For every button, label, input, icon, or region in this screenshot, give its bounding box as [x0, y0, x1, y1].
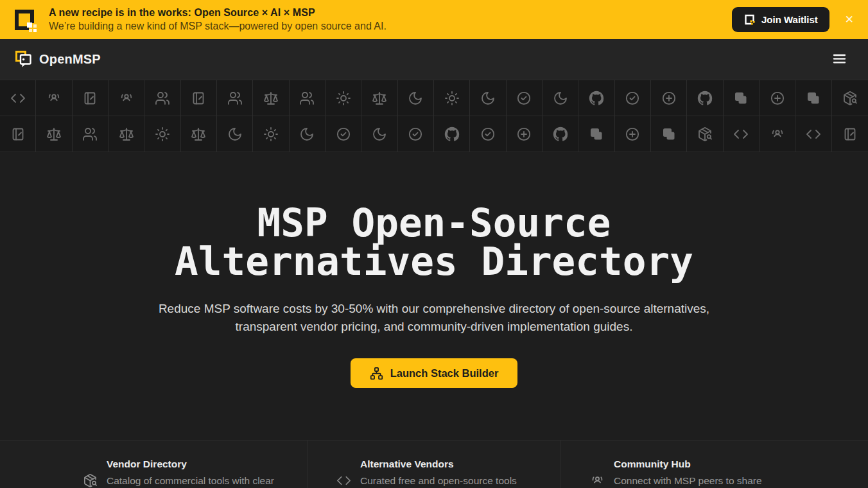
feature-card[interactable]: Alternative VendorsCurated free and open… [307, 440, 560, 488]
marquee-cell [144, 80, 180, 116]
marquee-cell [217, 80, 253, 116]
package-search-icon [697, 126, 713, 142]
users-group-icon [590, 473, 605, 488]
feature-cards: Vendor DirectoryCatalog of commercial to… [0, 440, 868, 488]
sun-icon [155, 126, 170, 142]
launch-stack-builder-button[interactable]: Launch Stack Builder [351, 358, 518, 388]
navbar: OpenMSP [0, 39, 868, 80]
marquee-cell [434, 80, 470, 116]
marquee-cell [759, 80, 795, 116]
page-title: MSP Open-SourceAlternatives Directory [0, 204, 868, 281]
marquee-cell [361, 116, 397, 152]
marquee-cell [687, 116, 723, 152]
scale-icon [191, 126, 206, 142]
marquee-cell [724, 116, 759, 152]
moon-icon [227, 126, 243, 142]
circle-check-icon [625, 91, 640, 106]
marquee-cell [507, 80, 542, 116]
launch-stack-builder-label: Launch Stack Builder [390, 367, 499, 379]
openmsp-logo-icon [15, 51, 33, 69]
marquee-cell [108, 116, 144, 152]
join-waitlist-label: Join Waitlist [761, 14, 818, 25]
users-group-icon [46, 91, 62, 106]
feature-text: Community HubConnect with MSP peers to s… [614, 457, 790, 488]
icon-marquee [0, 80, 868, 152]
marquee-cell [542, 116, 578, 152]
marquee-cell [326, 80, 361, 116]
brand-name: OpenMSP [39, 52, 101, 67]
circle-plus-icon [661, 91, 677, 106]
circle-check-icon [480, 126, 496, 142]
copy-icon [661, 126, 677, 142]
scale-icon [372, 91, 387, 106]
moon-icon [480, 91, 496, 106]
marquee-cell [217, 116, 253, 152]
marquee-cell [181, 116, 217, 152]
hero-description: Reduce MSP software costs by 30-50% with… [145, 300, 723, 336]
circle-plus-icon [770, 91, 785, 106]
users-icon [155, 91, 170, 106]
circle-check-icon [408, 126, 423, 142]
marquee-cell [578, 80, 614, 116]
brand[interactable]: OpenMSP [15, 51, 101, 69]
banner-text: A new recipe is in the works: Open Sourc… [49, 7, 386, 32]
users-icon [227, 91, 243, 106]
code-icon [806, 126, 821, 142]
code-icon [733, 126, 749, 142]
scale-icon [263, 91, 279, 106]
marquee-cell [832, 116, 868, 152]
banner-actions: Join Waitlist ✕ [732, 7, 859, 32]
notebook-icon [82, 91, 98, 106]
sun-icon [263, 126, 279, 142]
banner-title: A new recipe is in the works: Open Sourc… [49, 7, 386, 19]
marquee-cell [542, 80, 578, 116]
copy-icon [589, 126, 604, 142]
join-waitlist-button[interactable]: Join Waitlist [732, 7, 829, 32]
marquee-cell [0, 80, 36, 116]
scale-icon [119, 126, 134, 142]
marquee-cell [361, 80, 397, 116]
moon-icon [553, 91, 568, 106]
marquee-cell [253, 80, 289, 116]
hero-section: MSP Open-SourceAlternatives Directory Re… [0, 152, 868, 388]
menu-icon [831, 51, 847, 67]
github-icon [444, 126, 460, 142]
announcement-banner: A new recipe is in the works: Open Sourc… [0, 0, 868, 39]
marquee-cell [615, 116, 651, 152]
circle-check-icon [516, 91, 532, 106]
feature-text: Vendor DirectoryCatalog of commercial to… [107, 457, 283, 488]
marquee-cell [398, 80, 434, 116]
users-icon [82, 126, 98, 142]
feature-description: Catalog of commercial tools with clear p… [107, 473, 283, 488]
network-icon [370, 367, 383, 380]
moon-icon [372, 126, 387, 142]
package-search-icon [83, 473, 98, 488]
users-group-icon [119, 91, 134, 106]
notebook-icon [191, 91, 206, 106]
marquee-cell [290, 116, 326, 152]
feature-card[interactable]: Community HubConnect with MSP peers to s… [560, 440, 814, 488]
marquee-cell [290, 80, 326, 116]
close-banner-button[interactable]: ✕ [840, 12, 859, 28]
feature-card[interactable]: Vendor DirectoryCatalog of commercial to… [54, 440, 307, 488]
marquee-cell [326, 116, 361, 152]
marquee-cell [398, 116, 434, 152]
banner-content: A new recipe is in the works: Open Sourc… [10, 6, 386, 34]
feature-description: Connect with MSP peers to share insights… [614, 473, 790, 488]
circle-plus-icon [516, 126, 532, 142]
icon-marquee-row-2 [0, 116, 868, 152]
marquee-cell [795, 116, 831, 152]
feature-text: Alternative VendorsCurated free and open… [360, 457, 537, 488]
users-group-icon [770, 126, 785, 142]
marquee-cell [181, 80, 217, 116]
marquee-cell [36, 116, 72, 152]
copy-icon [806, 91, 821, 106]
marquee-cell [144, 116, 180, 152]
marquee-cell [615, 80, 651, 116]
notebook-icon [10, 126, 26, 142]
hamburger-menu-button[interactable] [826, 47, 853, 73]
github-icon [553, 126, 568, 142]
waitlist-logo-icon [743, 13, 756, 26]
github-icon [589, 91, 604, 106]
marquee-cell [578, 116, 614, 152]
